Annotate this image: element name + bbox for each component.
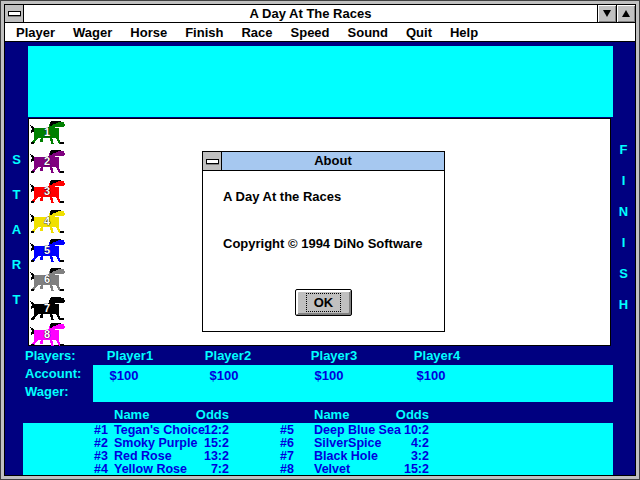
horse-number: 3	[44, 185, 50, 197]
horse-number: 4	[44, 215, 51, 227]
menu-item-speed[interactable]: Speed	[282, 25, 339, 40]
wager-label: Wager:	[25, 384, 69, 399]
control-menu-icon	[8, 11, 21, 16]
scoreboard-panel	[28, 46, 613, 117]
menu-item-help[interactable]: Help	[441, 25, 487, 40]
horse-number: 1	[44, 126, 50, 138]
horse-odds-cell: 15:2	[359, 463, 429, 475]
menu-item-player[interactable]: Player	[7, 25, 64, 40]
horse-4: 4	[30, 209, 68, 235]
about-app-name: A Day At the Races	[223, 189, 341, 204]
window-title: A Day At The Races	[24, 5, 597, 22]
horse-3: 3	[30, 179, 68, 205]
menu-item-wager[interactable]: Wager	[64, 25, 121, 40]
player1-name: Player1	[75, 348, 185, 363]
menu-item-race[interactable]: Race	[232, 25, 281, 40]
about-copyright: Copyright © 1994 DiNo Software	[223, 236, 423, 251]
odds-header-left: Odds	[159, 407, 229, 422]
horse-number: 8	[44, 328, 50, 340]
minimize-button[interactable]	[597, 5, 616, 22]
horse-6: 6	[30, 267, 68, 293]
horse-number: 6	[44, 273, 50, 285]
minimize-icon	[603, 10, 611, 17]
horse-odds-cell: 7:2	[159, 463, 229, 475]
horse-name-cell: Velvet	[314, 463, 350, 475]
ok-button[interactable]: OK	[295, 289, 352, 316]
odds-row-4: #4 Yellow Rose 7:2 #8 Velvet 15:2	[23, 463, 613, 475]
client-area: START FINISH	[5, 42, 635, 475]
about-control-menu-button[interactable]	[203, 152, 222, 170]
odds-table: #1 Tegan's Choice 12:2 #5 Deep Blue Sea …	[23, 423, 613, 475]
player1-account: $100	[69, 368, 179, 383]
menu-bar: Player Wager Horse Finish Race Speed Sou…	[5, 23, 635, 42]
horse-number-cell: #8	[245, 463, 294, 475]
player2-name: Player2	[173, 348, 283, 363]
name-header-right: Name	[314, 407, 349, 422]
player2-account: $100	[169, 368, 279, 383]
menu-item-sound[interactable]: Sound	[339, 25, 397, 40]
horse-number: 5	[44, 244, 50, 256]
player3-name: Player3	[279, 348, 389, 363]
horse-7: 7	[30, 296, 68, 322]
window-frame: A Day At The Races Player Wager Horse Fi…	[4, 4, 636, 476]
control-menu-button[interactable]	[5, 5, 24, 22]
horse-5: 5	[30, 238, 68, 264]
ok-button-label: OK	[306, 293, 342, 312]
horse-tail-icon	[30, 125, 34, 133]
about-dialog-titlebar: About	[203, 152, 444, 171]
name-header-left: Name	[114, 407, 149, 422]
menu-item-finish[interactable]: Finish	[176, 25, 232, 40]
player4-account: $100	[376, 368, 486, 383]
menu-item-horse[interactable]: Horse	[121, 25, 176, 40]
horse-2: 2	[30, 149, 68, 175]
horse-1: 1	[30, 120, 68, 146]
player3-account: $100	[274, 368, 384, 383]
app-window: A Day At The Races Player Wager Horse Fi…	[0, 0, 640, 480]
title-bar: A Day At The Races	[5, 5, 635, 23]
horse-number-cell: #4	[59, 463, 108, 475]
maximize-icon	[622, 10, 630, 17]
about-dialog: About A Day At the Races Copyright © 199…	[202, 151, 445, 332]
menu-item-quit[interactable]: Quit	[397, 25, 441, 40]
finish-label: FINISH	[617, 142, 630, 328]
about-dialog-body: A Day At the Races Copyright © 1994 DiNo…	[203, 171, 444, 330]
start-label: START	[10, 152, 23, 327]
horse-number: 2	[44, 155, 50, 167]
horse-8: 8	[30, 322, 68, 348]
maximize-button[interactable]	[616, 5, 635, 22]
player4-name: Player4	[382, 348, 492, 363]
odds-header-right: Odds	[359, 407, 429, 422]
about-dialog-title: About	[222, 152, 444, 170]
horse-number: 7	[44, 302, 50, 314]
players-label: Players:	[25, 348, 76, 363]
about-control-menu-icon	[206, 159, 219, 164]
